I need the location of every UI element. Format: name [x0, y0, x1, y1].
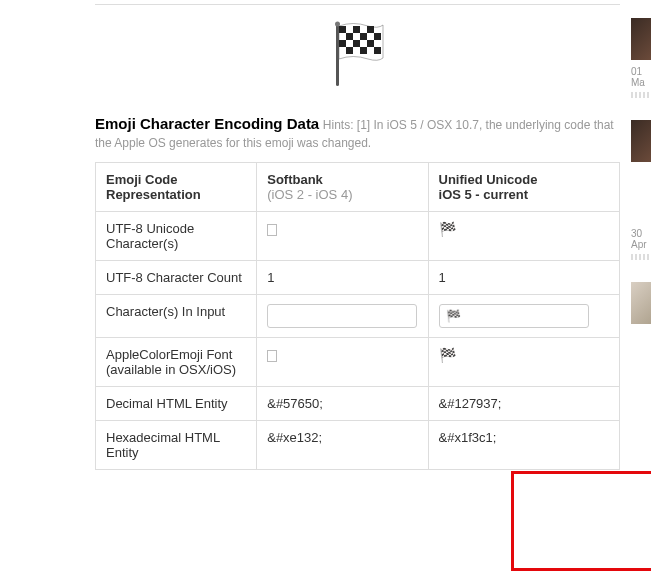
cell-softbank: &#57650;: [257, 387, 428, 421]
th-unified: Unified Unicode iOS 5 - current: [428, 163, 619, 212]
svg-rect-13: [374, 47, 381, 54]
svg-rect-7: [374, 33, 381, 40]
thumbnail[interactable]: [631, 18, 651, 60]
sidebar-date: 30 Apr: [631, 228, 651, 250]
cell-unified: 1: [428, 261, 619, 295]
sidebar-thumbnails: 01 Ma 30 Apr: [631, 18, 651, 330]
section-heading: Emoji Character Encoding Data Hints: [1]…: [95, 113, 620, 152]
divider: [95, 4, 620, 5]
cell-unified: &#127937;: [428, 387, 619, 421]
encoding-table: Emoji Code Representation Softbank (iOS …: [95, 162, 620, 470]
cell-softbank: [257, 212, 428, 261]
cell-unified: 🏁: [428, 338, 619, 387]
svg-rect-3: [353, 26, 360, 33]
svg-rect-8: [339, 40, 346, 47]
cell-softbank: [257, 295, 428, 338]
th-representation: Emoji Code Representation: [96, 163, 257, 212]
heading-title: Emoji Character Encoding Data: [95, 115, 319, 132]
svg-rect-6: [360, 33, 367, 40]
row-label: AppleColorEmoji Font (available in OSX/i…: [96, 338, 257, 387]
cell-softbank: &#xe132;: [257, 421, 428, 470]
table-row: AppleColorEmoji Font (available in OSX/i…: [96, 338, 620, 387]
divider: [631, 254, 651, 260]
softbank-input[interactable]: [267, 304, 417, 328]
divider: [631, 92, 651, 98]
cell-softbank: 1: [257, 261, 428, 295]
svg-rect-5: [346, 33, 353, 40]
cell-unified: [428, 295, 619, 338]
checkered-flag-icon: [328, 20, 388, 90]
table-row: Decimal HTML Entity &#57650; &#127937;: [96, 387, 620, 421]
table-row: Character(s) In Input: [96, 295, 620, 338]
table-row: UTF-8 Character Count 1 1: [96, 261, 620, 295]
row-label: Character(s) In Input: [96, 295, 257, 338]
checkered-flag-icon: 🏁: [439, 221, 457, 237]
highlight-annotation: [511, 471, 651, 571]
cell-softbank: [257, 338, 428, 387]
svg-rect-2: [339, 26, 346, 33]
row-label: UTF-8 Unicode Character(s): [96, 212, 257, 261]
unified-input[interactable]: [439, 304, 589, 328]
thumbnail[interactable]: [631, 120, 651, 162]
missing-glyph-icon: [267, 224, 277, 236]
svg-rect-9: [353, 40, 360, 47]
svg-rect-11: [346, 47, 353, 54]
checkered-flag-icon: 🏁: [439, 347, 457, 363]
table-row: Hexadecimal HTML Entity &#xe132; &#x1f3c…: [96, 421, 620, 470]
row-label: Decimal HTML Entity: [96, 387, 257, 421]
missing-glyph-icon: [267, 350, 277, 362]
thumbnail[interactable]: [631, 282, 651, 324]
svg-rect-4: [367, 26, 374, 33]
table-row: UTF-8 Unicode Character(s) 🏁: [96, 212, 620, 261]
th-softbank: Softbank (iOS 2 - iOS 4): [257, 163, 428, 212]
svg-rect-10: [367, 40, 374, 47]
row-label: UTF-8 Character Count: [96, 261, 257, 295]
svg-rect-0: [336, 24, 339, 86]
svg-rect-12: [360, 47, 367, 54]
emoji-large-preview: [95, 20, 620, 93]
cell-unified: 🏁: [428, 212, 619, 261]
sidebar-date: 01 Ma: [631, 66, 651, 88]
row-label: Hexadecimal HTML Entity: [96, 421, 257, 470]
cell-unified: &#x1f3c1;: [428, 421, 619, 470]
